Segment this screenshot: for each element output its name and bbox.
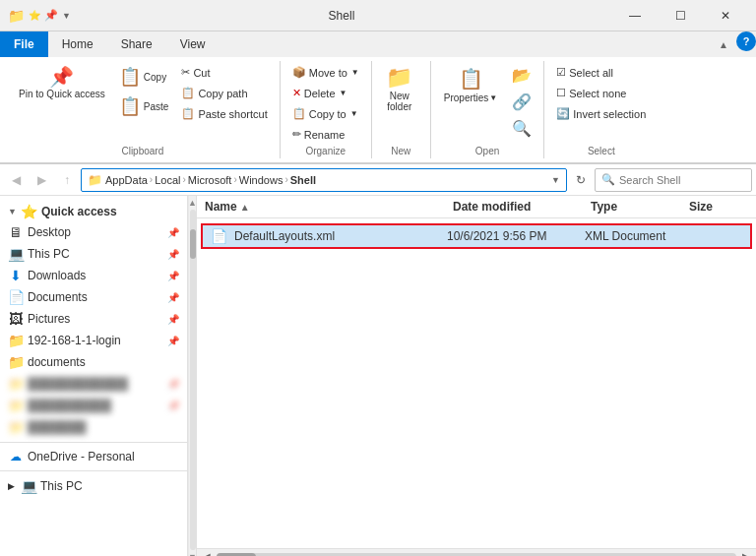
breadcrumb-microsoft[interactable]: Microsoft xyxy=(188,174,232,186)
minimize-button[interactable]: — xyxy=(612,0,658,31)
quick-access-label: Quick access xyxy=(41,205,117,218)
properties-button[interactable]: 📋 Properties ▼ xyxy=(437,63,505,107)
file-item-defaultlayouts[interactable]: 📄 DefaultLayouts.xml 10/6/2021 9:56 PM X… xyxy=(201,223,752,249)
nav-scrollbar[interactable]: ▲ ▼ xyxy=(188,196,196,556)
nav-scroll-up[interactable]: ▲ xyxy=(188,198,197,208)
nav-thispc-main[interactable]: ▶ 💻 This PC xyxy=(0,475,187,497)
folder-icon: 📁 xyxy=(8,8,25,24)
documents-pin: 📌 xyxy=(167,292,179,303)
nav-pictures[interactable]: 🖼 Pictures 📌 xyxy=(0,308,187,330)
breadcrumb-shell[interactable]: Shell xyxy=(290,174,316,186)
open-extra-2[interactable]: 🔗 xyxy=(506,90,537,114)
paste-button[interactable]: 📋 Paste xyxy=(114,93,174,120)
pin-quick-access-button[interactable]: 📌 Pin to Quick access xyxy=(12,63,112,104)
up-button[interactable]: ↑ xyxy=(55,168,79,192)
copy-to-icon: 📋 xyxy=(292,107,306,120)
tab-file[interactable]: File xyxy=(0,31,48,57)
delete-button[interactable]: ✕ Delete ▼ xyxy=(286,84,365,102)
col-size-header[interactable]: Size xyxy=(689,200,748,214)
cut-button[interactable]: ✂ Cut xyxy=(175,63,273,82)
nav-onedrive[interactable]: ☁ OneDrive - Personal xyxy=(0,447,187,466)
address-box[interactable]: 📁 AppData › Local › Microsoft › Windows … xyxy=(81,168,567,192)
col-date-header[interactable]: Date modified xyxy=(453,200,591,214)
breadcrumb-local[interactable]: Local xyxy=(155,174,180,186)
search-input[interactable] xyxy=(619,174,755,186)
select-all-label: Select all xyxy=(569,67,613,79)
properties-icon: 📋 xyxy=(459,67,483,91)
select-group: ☑ Select all ☐ Select none 🔄 Invert sele… xyxy=(544,61,658,158)
scroll-left-button[interactable]: ◀ xyxy=(199,549,215,557)
tab-view[interactable]: View xyxy=(166,31,220,57)
nav-pane: ▼ ⭐ Quick access 🖥 Desktop 📌 💻 This PC 📌… xyxy=(0,196,188,556)
nav-documents2[interactable]: 📁 documents xyxy=(0,351,187,373)
select-none-button[interactable]: ☐ Select none xyxy=(550,84,652,102)
thispc-main-icon: 💻 xyxy=(21,478,36,494)
copy-path-button[interactable]: 📋 Copy path xyxy=(175,84,273,102)
help-button[interactable]: ? xyxy=(736,31,756,51)
nav-scroll-track xyxy=(190,210,196,550)
move-icon: 📦 xyxy=(292,66,306,79)
tab-home[interactable]: Home xyxy=(48,31,107,57)
forward-button[interactable]: ▶ xyxy=(30,168,53,192)
breadcrumb-appdata[interactable]: AppData xyxy=(105,174,148,186)
rename-button[interactable]: ✏ Rename xyxy=(286,125,365,144)
open-extra-1[interactable]: 📂 xyxy=(506,63,537,88)
paste-label: Paste xyxy=(144,101,169,112)
nav-documents[interactable]: 📄 Documents 📌 xyxy=(0,286,187,308)
search-box[interactable]: 🔍 xyxy=(595,168,752,192)
close-button[interactable]: ✕ xyxy=(703,0,748,31)
organize-small: 📦 Move to ▼ ✕ Delete ▼ 📋 Copy to ▼ xyxy=(286,63,365,144)
thispc-label: This PC xyxy=(28,247,163,261)
scroll-track[interactable] xyxy=(217,553,736,557)
move-label: Move to xyxy=(309,67,347,79)
search-icon: 🔍 xyxy=(601,173,615,186)
pin-icon: 📌 xyxy=(44,9,58,22)
back-button[interactable]: ◀ xyxy=(4,168,28,192)
pictures-label: Pictures xyxy=(28,312,163,326)
nav-thispc[interactable]: 💻 This PC 📌 xyxy=(0,243,187,265)
nav-downloads[interactable]: ⬇ Downloads 📌 xyxy=(0,265,187,286)
select-none-icon: ☐ xyxy=(556,87,566,99)
refresh-button[interactable]: ↻ xyxy=(569,168,593,192)
horizontal-scrollbar[interactable]: ◀ ▶ xyxy=(197,548,756,556)
window-controls: — ☐ ✕ xyxy=(612,0,748,31)
paste-shortcut-icon: 📋 xyxy=(181,107,195,120)
delete-dropdown: ▼ xyxy=(340,89,347,97)
xml-file-icon: 📄 xyxy=(211,228,230,244)
select-none-label: Select none xyxy=(569,88,626,99)
quick-access-header[interactable]: ▼ ⭐ Quick access xyxy=(0,200,187,221)
documents2-icon: 📁 xyxy=(8,354,24,370)
nav-scroll-down[interactable]: ▼ xyxy=(188,552,197,556)
address-dropdown[interactable]: ▼ xyxy=(551,175,560,185)
move-to-button[interactable]: 📦 Move to ▼ xyxy=(286,63,365,82)
nav-192-folder[interactable]: 📁 192-168-1-1-login 📌 xyxy=(0,330,187,351)
thispc-pin: 📌 xyxy=(167,249,179,260)
col-type-header[interactable]: Type xyxy=(591,200,689,214)
column-headers: Name ▲ Date modified Type Size xyxy=(197,196,756,218)
breadcrumb-windows[interactable]: Windows xyxy=(239,174,284,186)
documents-label: Documents xyxy=(28,290,163,304)
sep2: › xyxy=(182,174,185,185)
nav-separator-1 xyxy=(0,442,187,443)
paste-shortcut-button[interactable]: 📋 Paste shortcut xyxy=(175,104,273,123)
invert-label: Invert selection xyxy=(573,108,646,120)
open-extra-3[interactable]: 🔍 xyxy=(506,116,537,141)
clipboard-small2: ✂ Cut 📋 Copy path 📋 Paste shortcut xyxy=(175,63,273,123)
new-folder-label: Newfolder xyxy=(387,91,411,112)
delete-icon: ✕ xyxy=(292,87,301,99)
tab-share[interactable]: Share xyxy=(107,31,166,57)
quick-access-icon: ⭐ xyxy=(29,10,40,21)
col-name-header[interactable]: Name ▲ xyxy=(205,200,453,214)
scroll-right-button[interactable]: ▶ xyxy=(738,549,754,557)
copy-label: Copy xyxy=(144,72,166,83)
maximize-button[interactable]: ☐ xyxy=(658,0,703,31)
copy-button[interactable]: 📋 Copy xyxy=(114,63,174,91)
copy-path-label: Copy path xyxy=(198,88,247,99)
copy-to-label: Copy to xyxy=(309,108,346,120)
new-folder-button[interactable]: 📁 Newfolder xyxy=(378,63,421,116)
ribbon-expand[interactable]: ▲ xyxy=(715,31,732,57)
copy-to-button[interactable]: 📋 Copy to ▼ xyxy=(286,104,365,123)
invert-selection-button[interactable]: 🔄 Invert selection xyxy=(550,104,652,123)
select-all-button[interactable]: ☑ Select all xyxy=(550,63,652,82)
nav-desktop[interactable]: 🖥 Desktop 📌 xyxy=(0,221,187,243)
